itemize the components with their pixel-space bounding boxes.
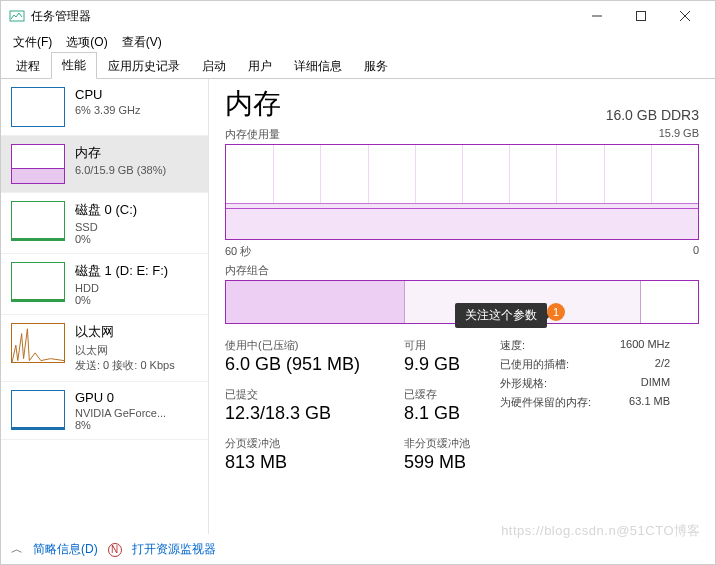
titlebar: 任务管理器 bbox=[1, 1, 715, 31]
ethernet-thumb bbox=[11, 323, 65, 363]
window-title: 任务管理器 bbox=[31, 8, 575, 25]
sidebar-item-disk0[interactable]: 磁盘 0 (C:) SSD 0% bbox=[1, 193, 208, 254]
tab-startup[interactable]: 启动 bbox=[191, 53, 237, 79]
tab-performance[interactable]: 性能 bbox=[51, 52, 97, 79]
sidebar-sub: 0% bbox=[75, 294, 198, 306]
form-label: 外形规格: bbox=[500, 376, 547, 391]
nonpaged-label: 非分页缓冲池 bbox=[404, 436, 470, 451]
chevron-up-icon[interactable]: ︿ bbox=[11, 541, 23, 558]
paged-label: 分页缓冲池 bbox=[225, 436, 360, 451]
sidebar-item-gpu[interactable]: GPU 0 NVIDIA GeForce... 8% bbox=[1, 382, 208, 440]
slots-value: 2/2 bbox=[655, 357, 670, 372]
annotation-badge: 1 bbox=[547, 303, 565, 321]
sidebar-label: CPU bbox=[75, 87, 198, 102]
sidebar-item-ethernet[interactable]: 以太网 以太网 发送: 0 接收: 0 Kbps bbox=[1, 315, 208, 382]
reserved-label: 为硬件保留的内存: bbox=[500, 395, 591, 410]
sidebar-label: 以太网 bbox=[75, 323, 198, 341]
sidebar-item-disk1[interactable]: 磁盘 1 (D: E: F:) HDD 0% bbox=[1, 254, 208, 315]
sidebar-label: 内存 bbox=[75, 144, 198, 162]
sidebar-sub: 发送: 0 接收: 0 Kbps bbox=[75, 358, 198, 373]
open-resource-monitor-link[interactable]: 打开资源监视器 bbox=[132, 541, 216, 558]
annotation-tooltip: 关注这个参数 bbox=[455, 303, 547, 328]
nonpaged-value: 599 MB bbox=[404, 452, 470, 473]
tab-services[interactable]: 服务 bbox=[353, 53, 399, 79]
sidebar-sub: 6% 3.39 GHz bbox=[75, 104, 198, 116]
cpu-thumb bbox=[11, 87, 65, 127]
minimize-button[interactable] bbox=[575, 1, 619, 31]
menu-file[interactable]: 文件(F) bbox=[7, 32, 58, 53]
avail-value: 9.9 GB bbox=[404, 354, 470, 375]
tab-processes[interactable]: 进程 bbox=[5, 53, 51, 79]
cached-label: 已缓存 bbox=[404, 387, 470, 402]
cached-value: 8.1 GB bbox=[404, 403, 470, 424]
footer: ︿ 简略信息(D) N 打开资源监视器 bbox=[11, 541, 705, 558]
fewer-details-link[interactable]: 简略信息(D) bbox=[33, 541, 98, 558]
sidebar-sub: HDD bbox=[75, 282, 198, 294]
maximize-button[interactable] bbox=[619, 1, 663, 31]
avail-label: 可用 bbox=[404, 338, 470, 353]
slots-label: 已使用的插槽: bbox=[500, 357, 569, 372]
inuse-label: 使用中(已压缩) bbox=[225, 338, 360, 353]
sidebar-label: GPU 0 bbox=[75, 390, 198, 405]
tab-details[interactable]: 详细信息 bbox=[283, 53, 353, 79]
axis-right: 0 bbox=[693, 244, 699, 259]
sidebar-label: 磁盘 1 (D: E: F:) bbox=[75, 262, 198, 280]
reserved-value: 63.1 MB bbox=[629, 395, 670, 410]
tab-app-history[interactable]: 应用历史记录 bbox=[97, 53, 191, 79]
sidebar-item-memory[interactable]: 内存 6.0/15.9 GB (38%) bbox=[1, 136, 208, 193]
app-icon bbox=[9, 8, 25, 24]
close-button[interactable] bbox=[663, 1, 707, 31]
disk-thumb bbox=[11, 201, 65, 241]
sidebar-sub: 以太网 bbox=[75, 343, 198, 358]
axis-left: 60 秒 bbox=[225, 244, 251, 259]
memory-spec-list: 速度:1600 MHz 已使用的插槽:2/2 外形规格:DIMM 为硬件保留的内… bbox=[500, 338, 670, 473]
gpu-thumb bbox=[11, 390, 65, 430]
tab-users[interactable]: 用户 bbox=[237, 53, 283, 79]
menu-view[interactable]: 查看(V) bbox=[116, 32, 168, 53]
detail-title: 内存 bbox=[225, 85, 281, 123]
tabs: 进程 性能 应用历史记录 启动 用户 详细信息 服务 bbox=[1, 53, 715, 79]
paged-value: 813 MB bbox=[225, 452, 360, 473]
sidebar-sub: SSD bbox=[75, 221, 198, 233]
memory-thumb bbox=[11, 144, 65, 184]
sidebar-sub: 6.0/15.9 GB (38%) bbox=[75, 164, 198, 176]
composition-label: 内存组合 bbox=[225, 263, 269, 278]
sidebar-label: 磁盘 0 (C:) bbox=[75, 201, 198, 219]
detail-capacity: 16.0 GB DDR3 bbox=[606, 107, 699, 123]
commit-label: 已提交 bbox=[225, 387, 360, 402]
disk-thumb bbox=[11, 262, 65, 302]
speed-value: 1600 MHz bbox=[620, 338, 670, 353]
memory-usage-chart bbox=[225, 144, 699, 240]
detail-pane: 内存 16.0 GB DDR3 内存使用量 15.9 GB 60 秒 0 内存组… bbox=[209, 79, 715, 534]
speed-label: 速度: bbox=[500, 338, 525, 353]
inuse-value: 6.0 GB (951 MB) bbox=[225, 354, 360, 375]
sidebar-sub: 0% bbox=[75, 233, 198, 245]
sidebar-item-cpu[interactable]: CPU 6% 3.39 GHz bbox=[1, 79, 208, 136]
sidebar-sub: NVIDIA GeForce... bbox=[75, 407, 198, 419]
resource-monitor-icon: N bbox=[108, 543, 122, 557]
menu-options[interactable]: 选项(O) bbox=[60, 32, 113, 53]
form-value: DIMM bbox=[641, 376, 670, 391]
sidebar-sub: 8% bbox=[75, 419, 198, 431]
usage-label: 内存使用量 bbox=[225, 127, 280, 142]
commit-value: 12.3/18.3 GB bbox=[225, 403, 360, 424]
usage-max: 15.9 GB bbox=[659, 127, 699, 142]
sidebar: CPU 6% 3.39 GHz 内存 6.0/15.9 GB (38%) 磁盘 … bbox=[1, 79, 209, 534]
watermark: https://blog.csdn.n@51CTO博客 bbox=[501, 522, 701, 540]
svg-rect-2 bbox=[637, 12, 646, 21]
menubar: 文件(F) 选项(O) 查看(V) bbox=[1, 31, 715, 53]
